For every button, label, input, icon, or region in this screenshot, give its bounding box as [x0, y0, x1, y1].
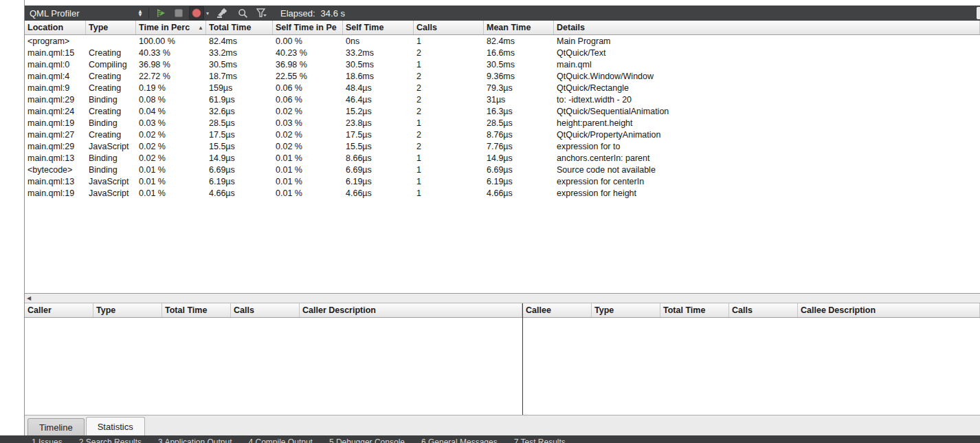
- profiler-toolbar: QML Profiler ▲▼: [25, 6, 980, 21]
- cell: 1: [414, 118, 484, 128]
- cell: 33.2ms: [343, 48, 414, 58]
- search-notes-button[interactable]: [235, 6, 250, 20]
- header-cell-details[interactable]: Details: [554, 21, 980, 34]
- scroll-left-arrow-icon[interactable]: ◀: [27, 295, 31, 301]
- output-pane-item[interactable]: 7 Test Results: [514, 437, 566, 443]
- header-cell-type[interactable]: Type: [592, 303, 660, 317]
- cell: Compiling: [86, 60, 136, 69]
- elapsed-value: 34.6 s: [321, 8, 345, 19]
- statistics-body: <program>100.00 %82.4ms0.00 %0ns182.4msM…: [25, 35, 980, 199]
- filter-button[interactable]: [254, 6, 269, 20]
- cell: main.qml:24: [25, 107, 86, 116]
- panel-edge-handle[interactable]: [977, 7, 980, 19]
- tab-timeline[interactable]: Timeline: [27, 418, 85, 435]
- table-row[interactable]: main.qml:24Creating0.04 %32.6µs0.02 %15.…: [25, 105, 980, 117]
- cell: 0.00 %: [273, 36, 343, 46]
- cell: 9.36ms: [484, 72, 554, 81]
- start-profiling-button[interactable]: [153, 6, 168, 20]
- header-cell-caller-description[interactable]: Caller Description: [300, 303, 522, 317]
- header-cell-total-time[interactable]: Total Time: [162, 303, 231, 317]
- cell: 6.69µs: [206, 165, 273, 175]
- header-cell-calls[interactable]: Calls: [414, 21, 484, 34]
- qml-profiler-view: QML Profiler ▲▼: [0, 0, 980, 443]
- cell: 2: [414, 48, 484, 58]
- play-profile-icon: [155, 8, 166, 18]
- cell: Creating: [86, 130, 136, 140]
- stop-button[interactable]: [171, 6, 186, 20]
- record-button[interactable]: [189, 6, 204, 20]
- cell: 1: [414, 153, 484, 163]
- discard-data-button[interactable]: [214, 6, 230, 20]
- output-pane-item[interactable]: 6 General Messages: [421, 437, 498, 443]
- header-cell-location[interactable]: Location: [25, 21, 86, 34]
- cell: main.qml:4: [25, 72, 86, 81]
- callee-header-row: CalleeTypeTotal TimeCallsCallee Descript…: [523, 303, 980, 318]
- cell: 36.98 %: [136, 60, 206, 69]
- header-label: Callee: [526, 305, 551, 315]
- header-cell-callee-description[interactable]: Callee Description: [798, 303, 980, 317]
- cell: 1: [414, 165, 484, 175]
- cell: 4.66µs: [206, 188, 273, 198]
- cell: 8.76µs: [484, 130, 554, 140]
- caller-table: CallerTypeTotal TimeCallsCaller Descript…: [25, 303, 522, 415]
- header-cell-type[interactable]: Type: [86, 21, 136, 34]
- cell: 14.9µs: [206, 153, 273, 163]
- cell: 0.02 %: [273, 142, 343, 151]
- output-pane-item[interactable]: 2 Search Results: [79, 437, 142, 443]
- table-row[interactable]: main.qml:19JavaScript0.01 %4.66µs0.01 %4…: [25, 187, 980, 199]
- header-cell-mean-time[interactable]: Mean Time: [484, 21, 554, 34]
- header-cell-time-in-perc[interactable]: Time in Perc▲: [136, 21, 206, 34]
- output-pane-item[interactable]: 5 Debugger Console: [329, 437, 405, 443]
- tab-statistics[interactable]: Statistics: [86, 417, 145, 435]
- header-cell-total-time[interactable]: Total Time: [206, 21, 273, 34]
- output-pane-item[interactable]: 1 Issues: [32, 437, 63, 443]
- header-cell-calls[interactable]: Calls: [729, 303, 798, 317]
- header-label: Calls: [732, 305, 753, 315]
- cell: main.qml: [554, 60, 980, 69]
- sort-ascending-icon: ▲: [198, 25, 204, 31]
- table-row[interactable]: main.qml:13JavaScript0.01 %6.19µs0.01 %6…: [25, 175, 980, 187]
- table-row[interactable]: <bytecode>Binding0.01 %6.69µs0.01 %6.69µ…: [25, 164, 980, 175]
- cell: 0.06 %: [273, 95, 343, 105]
- table-row[interactable]: main.qml:15Creating40.33 %33.2ms40.23 %3…: [25, 47, 980, 58]
- table-row[interactable]: main.qml:29Binding0.08 %61.9µs0.06 %46.4…: [25, 94, 980, 105]
- table-row[interactable]: main.qml:4Creating22.72 %18.7ms22.55 %18…: [25, 70, 980, 82]
- header-cell-type[interactable]: Type: [93, 303, 162, 317]
- header-cell-calls[interactable]: Calls: [231, 303, 300, 317]
- table-row[interactable]: main.qml:19Binding0.03 %28.5µs0.03 %23.8…: [25, 117, 980, 129]
- output-pane-item[interactable]: 3 Application Output: [158, 437, 232, 443]
- statistics-header-row: LocationTypeTime in Perc▲Total TimeSelf …: [25, 21, 980, 35]
- horizontal-scrollbar[interactable]: ◀: [25, 293, 980, 303]
- cell: 0.01 %: [273, 153, 343, 163]
- cell: main.qml:27: [25, 130, 86, 140]
- cell: 40.33 %: [136, 48, 206, 58]
- cell: 0.04 %: [136, 107, 206, 116]
- output-pane-item[interactable]: 4 Compile Output: [249, 437, 313, 443]
- table-row[interactable]: main.qml:29JavaScript0.02 %15.5µs0.02 %1…: [25, 140, 980, 152]
- header-cell-callee[interactable]: Callee: [523, 303, 592, 317]
- record-icon: [192, 8, 201, 18]
- cell: 32.6µs: [206, 107, 273, 116]
- cell: 33.2ms: [206, 48, 273, 58]
- header-label: Calls: [416, 23, 437, 32]
- table-row[interactable]: main.qml:27Creating0.02 %17.5µs0.02 %17.…: [25, 129, 980, 140]
- profiler-selector[interactable]: QML Profiler ▲▼: [25, 6, 146, 21]
- header-label: Caller: [27, 305, 52, 315]
- header-cell-caller[interactable]: Caller: [25, 303, 93, 317]
- header-cell-total-time[interactable]: Total Time: [660, 303, 729, 317]
- header-cell-self-time[interactable]: Self Time: [343, 21, 414, 34]
- table-row[interactable]: main.qml:0Compiling36.98 %30.5ms36.98 %3…: [25, 58, 980, 70]
- cell: 46.4µs: [343, 95, 414, 105]
- header-cell-self-time-in-pe[interactable]: Self Time in Pe: [273, 21, 343, 34]
- table-row[interactable]: main.qml:13Binding0.02 %14.9µs0.01 %8.66…: [25, 152, 980, 164]
- table-row[interactable]: main.qml:9Creating0.19 %159µs0.06 %48.4µ…: [25, 82, 980, 94]
- callers-callees-area: CallerTypeTotal TimeCallsCaller Descript…: [25, 303, 980, 415]
- cell: main.qml:19: [25, 188, 86, 198]
- cell: 16.6ms: [484, 48, 554, 58]
- elapsed-readout: Elapsed: 34.6 s: [280, 8, 345, 19]
- header-label: Self Time: [346, 23, 383, 32]
- record-dropdown-caret-icon[interactable]: ▾: [206, 10, 209, 17]
- cell: <bytecode>: [25, 165, 86, 175]
- table-row[interactable]: <program>100.00 %82.4ms0.00 %0ns182.4msM…: [25, 35, 980, 47]
- cell: <program>: [25, 36, 86, 46]
